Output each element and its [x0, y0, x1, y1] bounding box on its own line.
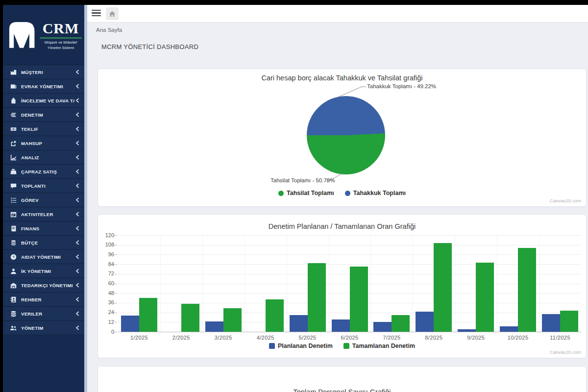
vertical-gridline [370, 235, 371, 332]
sidebar-item-label: AKTIVITELER [21, 212, 74, 217]
bar-tamamlanan-denetim-3-2025[interactable] [223, 308, 242, 332]
y-axis-tick [114, 332, 117, 332]
y-axis-tick [114, 235, 117, 236]
bar-planlanan-denetim-10-2025[interactable] [500, 326, 518, 332]
canvasjs-watermark[interactable]: CanvasJS.com [550, 349, 581, 355]
vertical-gridline [287, 235, 287, 332]
sidebar-item-evrak-y-netimi[interactable]: EVRAK YÖNETIMI [3, 79, 84, 94]
chevron-left-icon [75, 323, 79, 332]
chevron-left-icon [75, 281, 79, 290]
legend-dot-swatch [278, 191, 284, 196]
bar-planlanan-denetim-7-2025[interactable] [373, 322, 392, 332]
y-axis-tick [114, 284, 117, 284]
bar-planlanan-denetim-6-2025[interactable] [332, 319, 350, 332]
logo-subtitle-line1: Müşavir ve Mükellef [45, 40, 77, 45]
bar-legend: Planlanan DenetimTamamlanan Denetim [98, 343, 586, 349]
sidebar-item-label: VERILER [21, 311, 74, 317]
breadcrumb[interactable]: Ana Sayfa [96, 27, 122, 33]
sidebar-item-label: TEKLIF [21, 126, 74, 132]
sidebar: CRM Müşavir ve Mükellef Yönetim Sistemi … [3, 5, 84, 392]
x-axis-label: 6/2025 [333, 335, 367, 341]
vertical-gridline [202, 235, 203, 332]
bar-planlanan-denetim-11-2025[interactable] [542, 314, 560, 332]
legend-item-tahakkuk-toplam[interactable]: Tahakkuk Toplamı [345, 190, 406, 196]
sidebar-item-label: ÇAPRAZ SATIŞ [21, 169, 74, 174]
canvasjs-watermark[interactable]: CanvasJS.com [550, 198, 581, 203]
x-axis-label: 4/2025 [248, 335, 283, 341]
legend-item-tahsilat-toplam[interactable]: Tahsilat Toplamı [278, 190, 334, 196]
svg-text:?: ? [12, 255, 15, 259]
bar-tamamlanan-denetim-4-2025[interactable] [266, 299, 284, 332]
x-axis-label: 9/2025 [459, 335, 493, 341]
pie-legend: Tahsilat ToplamıTahakkuk Toplamı [98, 190, 586, 196]
bar-planlanan-denetim-3-2025[interactable] [205, 321, 223, 332]
y-axis-label: 96 [98, 251, 114, 257]
bar-chart-card: Denetim Planlanan / Tamamlanan Oran Graf… [98, 214, 587, 358]
gridline [118, 254, 581, 255]
sidebar-item-aktiviteler[interactable]: AKTIVITELER [3, 207, 84, 221]
chevron-left-icon [75, 68, 79, 76]
bar-chart[interactable]: 012243648607284961081201/20252/20253/202… [118, 235, 581, 332]
bar-tamamlanan-denetim-6-2025[interactable] [350, 267, 368, 332]
pie-chart[interactable] [307, 96, 385, 174]
x-axis-label: 7/2025 [374, 335, 409, 341]
user-icon [9, 267, 17, 275]
sidebar-item-label: ANALIZ [21, 155, 74, 160]
sidebar-item-label: MÜŞTERI [21, 70, 74, 75]
sidebar-item-i-k-y-netimi[interactable]: İK YÖNETIMI [3, 264, 84, 278]
y-axis-label: 120 [98, 232, 114, 238]
x-axis-label: 10/2025 [501, 335, 535, 341]
bar-tamamlanan-denetim-11-2025[interactable] [560, 311, 578, 332]
sidebar-item-toplanti[interactable]: TOPLANTI [3, 179, 84, 193]
y-axis-tick [114, 264, 117, 265]
legend-item-planlanan-denetim[interactable]: Planlanan Denetim [269, 343, 333, 349]
x-axis-label: 3/2025 [206, 335, 241, 341]
sidebar-item-finans[interactable]: FINANS [3, 221, 84, 236]
checklist-icon [9, 196, 17, 204]
sidebar-item-analiz[interactable]: ANALIZ [3, 150, 84, 165]
legend-label: Tamamlanan Denetim [352, 343, 415, 349]
chevron-left-icon [75, 139, 79, 147]
y-axis-label: 84 [98, 261, 114, 267]
legend-square-swatch [343, 343, 349, 349]
sidebar-item-b-t-e[interactable]: BÜTÇE [3, 236, 84, 250]
vertical-gridline [245, 235, 245, 332]
personnel-chart-title: Toplam Personel Sayısı Grafiği [98, 388, 586, 392]
sidebar-item-i-nceleme-ve-dava-takip[interactable]: İNCELEME VE DAVA TAKIP [3, 94, 84, 108]
sidebar-item-teklif[interactable]: TEKLIF [3, 122, 84, 136]
y-axis-label: 0 [98, 329, 114, 335]
bar-tamamlanan-denetim-5-2025[interactable] [308, 263, 326, 332]
logo-accent-rule [40, 37, 82, 39]
bar-planlanan-denetim-9-2025[interactable] [458, 329, 476, 332]
users-icon [9, 324, 17, 332]
sidebar-item-rehber[interactable]: REHBER [3, 293, 84, 307]
bar-tamamlanan-denetim-10-2025[interactable] [518, 248, 536, 332]
sidebar-item-tedarik-i-y-netimi[interactable]: TEDARIKÇI YÖNETIMI [3, 278, 84, 293]
app-logo[interactable]: CRM Müşavir ve Mükellef Yönetim Sistemi [3, 5, 84, 65]
sidebar-item-denetim[interactable]: DENETIM [3, 108, 84, 122]
content: Ana Sayfa MCRM YÖNETİCİ DASHBOARD Cari h… [87, 23, 588, 392]
sidebar-item-aidat-y-netimi[interactable]: ?AIDAT YÖNETIMI [3, 250, 84, 264]
home-button[interactable] [106, 7, 119, 20]
cash-register-icon [9, 168, 17, 175]
coins-icon [9, 239, 17, 246]
sidebar-item-y-netim[interactable]: YÖNETIM [3, 321, 84, 335]
sidebar-item-label: TEDARIKÇI YÖNETIMI [21, 283, 74, 288]
bar-tamamlanan-denetim-8-2025[interactable] [434, 243, 452, 332]
sidebar-item-apraz-sati[interactable]: ÇAPRAZ SATIŞ [3, 165, 84, 179]
bar-tamamlanan-denetim-1-2025[interactable] [139, 298, 157, 332]
sidebar-item-mahsup[interactable]: MAHSUP [3, 136, 84, 150]
sidebar-item-g-rev[interactable]: GÖREV [3, 193, 84, 207]
bar-planlanan-denetim-8-2025[interactable] [416, 312, 434, 332]
bar-planlanan-denetim-1-2025[interactable] [121, 316, 139, 332]
bar-tamamlanan-denetim-9-2025[interactable] [476, 263, 494, 332]
bar-tamamlanan-denetim-7-2025[interactable] [392, 315, 410, 332]
legend-label: Planlanan Denetim [278, 343, 333, 349]
bar-tamamlanan-denetim-2-2025[interactable] [181, 304, 199, 332]
sidebar-item-veriler[interactable]: VERILER [3, 307, 84, 321]
menu-toggle-icon[interactable] [92, 10, 101, 17]
legend-item-tamamlanan-denetim[interactable]: Tamamlanan Denetim [343, 343, 415, 349]
sidebar-item-m-teri[interactable]: MÜŞTERI [3, 65, 84, 79]
bar-planlanan-denetim-5-2025[interactable] [290, 315, 308, 332]
y-axis-label: 48 [98, 290, 114, 296]
